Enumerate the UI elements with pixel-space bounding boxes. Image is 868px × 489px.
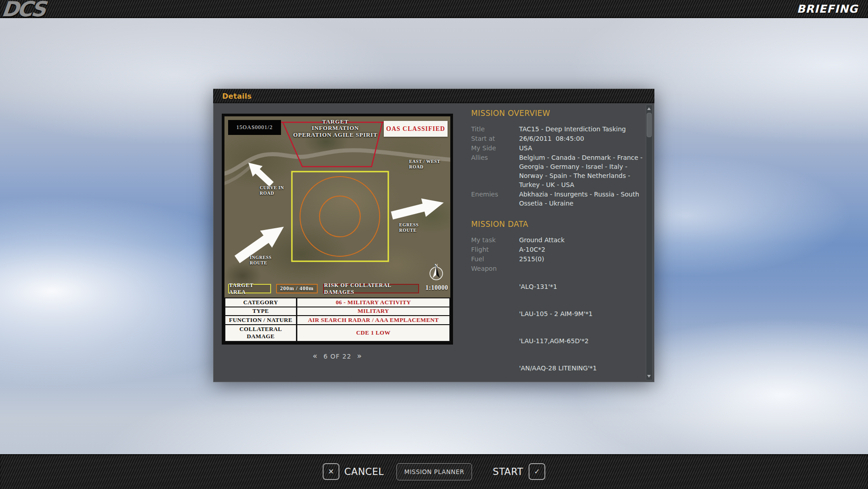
table-row: CATEGORY 06 - MILITARY ACTIVITY (225, 298, 450, 307)
info-row: Enemies Abkhazia - Insurgents - Russia -… (471, 190, 647, 208)
section-title: MISSION DATA (471, 220, 647, 229)
table-label: COLLATERAL DAMAGE (225, 325, 297, 341)
row-value: 26/6/2011 08:45:00 (519, 134, 647, 143)
top-bar: DCS BRIEFING (0, 0, 868, 18)
info-row: My Side USA (471, 144, 647, 153)
row-value: 2515(0) (519, 254, 647, 264)
row-value: A-10C*2 (519, 245, 647, 254)
table-label: FUNCTION / NATURE (225, 316, 297, 325)
row-value: Ground Attack (519, 235, 647, 244)
dialog-body: 15OAS0001/2 TARGET INFORMATION OPERATION… (213, 103, 654, 382)
row-value: Abkhazia - Insurgents - Russia - South O… (519, 190, 647, 208)
row-value: Belgium - Canada - Denmark - France - Ge… (519, 153, 647, 189)
target-info-title: TARGET INFORMATION OPERATION AGILE SPIRI… (287, 119, 384, 138)
compass-north-label: N (433, 263, 440, 268)
east-west-road-label: EAST / WEST ROAD (409, 159, 443, 170)
table-value: CDE 1 LOW (297, 325, 450, 341)
page-indicator: 6 OF 22 (324, 353, 352, 360)
row-label: Allies (471, 153, 519, 189)
range-ring-400m (300, 177, 380, 256)
legend-target-area: TARGET AREA (228, 284, 271, 293)
table-value: MILITARY (297, 307, 450, 316)
row-label: Start at (471, 134, 519, 143)
weapon-line: 'LAU-117,AGM-65D'*2 (519, 336, 647, 345)
row-label: Fuel (471, 254, 519, 264)
row-value: 'ALQ-131'*1 'LAU-105 - 2 AIM-9M'*1 'LAU-… (519, 264, 647, 381)
row-label: Enemies (471, 190, 519, 208)
target-ref-code: 15OAS0001/2 (228, 120, 281, 135)
row-label: My task (471, 235, 519, 244)
briefing-screen: DCS BRIEFING Details (0, 0, 868, 489)
weapon-line: 'AN/AAQ-28 LITENING'*1 (519, 364, 647, 373)
details-dialog: Details (213, 89, 654, 382)
target-info-line3: OPERATION AGILE SPIRIT (287, 132, 384, 138)
briefing-text-panel: MISSION OVERVIEW Title TAC15 - Deep Inte… (469, 103, 647, 381)
bottom-bar: ✕ CANCEL MISSION PLANNER START ✓ (0, 454, 868, 489)
map-overlay (224, 116, 450, 297)
egress-route-label: EGRESS ROUTE (399, 222, 427, 233)
curve-in-road-label: CURVE IN ROAD (260, 185, 297, 196)
dialog-title-bar: Details (213, 89, 654, 103)
info-row: My task Ground Attack (471, 235, 647, 244)
target-area-square (292, 172, 388, 261)
dialog-title: Details (213, 92, 252, 101)
pagination: « 6 OF 22 » (222, 351, 453, 360)
row-value: USA (519, 144, 647, 153)
table-row: FUNCTION / NATURE AIR SEARCH RADAR / AAA… (225, 316, 450, 325)
table-label: CATEGORY (225, 298, 297, 307)
row-label: Weapon (471, 264, 519, 381)
info-row: Title TAC15 - Deep Interdiction Tasking (471, 125, 647, 134)
target-map-photo: 15OAS0001/2 TARGET INFORMATION OPERATION… (224, 116, 450, 297)
row-value: TAC15 - Deep Interdiction Tasking (519, 125, 647, 134)
info-row: Allies Belgium - Canada - Denmark - Fran… (471, 153, 647, 189)
briefing-scrollbar[interactable] (646, 105, 653, 380)
start-button[interactable]: START (493, 466, 523, 477)
info-row: Weapon 'ALQ-131'*1 'LAU-105 - 2 AIM-9M'*… (471, 264, 647, 381)
info-row: Flight A-10C*2 (471, 245, 647, 254)
ingress-route-label: INGRESS ROUTE (250, 255, 278, 266)
weapon-line: 'LAU-105 - 2 AIM-9M'*1 (519, 309, 647, 318)
row-label: My Side (471, 144, 519, 153)
info-row: Fuel 2515(0) (471, 254, 647, 264)
scroll-down-icon[interactable] (647, 375, 651, 378)
scroll-up-icon[interactable] (647, 107, 651, 110)
info-row: Start at 26/6/2011 08:45:00 (471, 134, 647, 143)
scrollbar-thumb[interactable] (647, 113, 652, 137)
weapon-line: 'ALQ-131'*1 (519, 282, 647, 291)
mission-planner-button[interactable]: MISSION PLANNER (396, 463, 472, 480)
section-mission-overview: MISSION OVERVIEW Title TAC15 - Deep Inte… (471, 109, 647, 208)
table-label: TYPE (225, 307, 297, 316)
cancel-button[interactable]: CANCEL (344, 466, 384, 477)
table-row: COLLATERAL DAMAGE CDE 1 LOW (225, 325, 450, 341)
map-scale: 1:10000 (425, 284, 448, 292)
classification-stamp: OAS CLASSIFIED (384, 121, 448, 137)
start-confirm-icon[interactable]: ✓ (529, 463, 545, 480)
section-title: MISSION OVERVIEW (471, 109, 647, 118)
range-ring-200m (320, 196, 360, 237)
row-label: Flight (471, 245, 519, 254)
row-label: Title (471, 125, 519, 134)
section-mission-data: MISSION DATA My task Ground Attack Fligh… (471, 220, 647, 381)
target-data-table: CATEGORY 06 - MILITARY ACTIVITY TYPE MIL… (224, 297, 450, 342)
prev-page-button[interactable]: « (310, 351, 321, 360)
target-info-line2: INFORMATION (287, 125, 384, 131)
egress-arrow (390, 193, 446, 225)
table-value: 06 - MILITARY ACTIVITY (297, 298, 450, 307)
legend-rings: 200m / 400m (276, 284, 318, 293)
target-map: 15OAS0001/2 TARGET INFORMATION OPERATION… (222, 114, 453, 345)
next-page-button[interactable]: » (354, 351, 365, 360)
legend-collateral-risk: RISK OF COLLATERAL DAMAGES (323, 284, 419, 293)
dcs-logo: DCS (0, 1, 45, 17)
table-row: TYPE MILITARY (225, 307, 450, 316)
page-title: BRIEFING (797, 3, 868, 15)
table-value: AIR SEARCH RADAR / AAA EMPLACEMENT (297, 316, 450, 325)
cancel-icon[interactable]: ✕ (323, 463, 339, 480)
